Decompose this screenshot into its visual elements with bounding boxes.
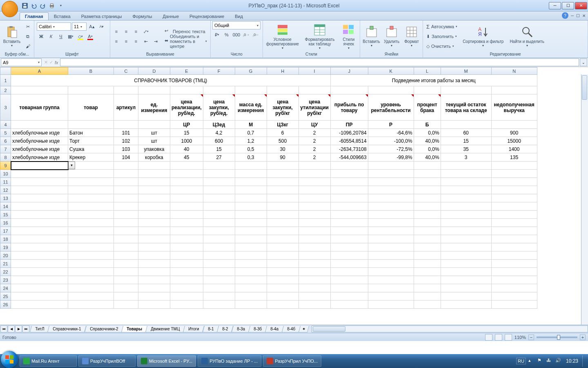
comma-icon[interactable]: 000 <box>232 30 241 39</box>
cell-13-D[interactable] <box>138 194 170 202</box>
cell-7-A[interactable]: хлебобулочные изде <box>11 145 68 153</box>
header-cell-E[interactable]: цена реализации, руб/ед. <box>170 94 203 121</box>
select-all-corner[interactable] <box>0 67 11 75</box>
fx-icon[interactable]: fx <box>55 60 58 65</box>
cell-13-K[interactable] <box>368 194 414 202</box>
cell-26-K[interactable] <box>368 301 414 309</box>
row-header-15[interactable]: 15 <box>0 211 11 219</box>
cell-10-J[interactable] <box>330 170 368 178</box>
taskbar-item-2[interactable]: Microsoft Excel - РУ... <box>137 355 196 367</box>
cell-24-C[interactable] <box>114 284 138 292</box>
cell-26-N[interactable] <box>491 301 537 309</box>
name-box[interactable]: A9▾ <box>1 58 42 66</box>
cell-7-K[interactable]: -72,5% <box>368 145 414 153</box>
cell-6-E[interactable]: 1000 <box>170 137 203 145</box>
decrease-font-icon[interactable]: A▾ <box>97 22 106 31</box>
cell-16-F[interactable] <box>203 219 235 227</box>
row-header-21[interactable]: 21 <box>0 260 11 268</box>
cell-12-H[interactable] <box>267 186 298 194</box>
cell-18-D[interactable] <box>138 235 170 243</box>
cell-13-M[interactable] <box>441 194 491 202</box>
format-painter-icon[interactable]: 🖌 <box>23 42 32 51</box>
cell-14-M[interactable] <box>441 202 491 211</box>
cell-6-B[interactable]: Торт <box>68 137 114 145</box>
sort-filter-button[interactable]: АЯ Сортировка и фильтр▾ <box>460 25 506 48</box>
cell-21-L[interactable] <box>414 260 441 268</box>
cell-5-D[interactable]: шт <box>138 129 170 137</box>
cell-24-E[interactable] <box>170 284 203 292</box>
cell-8-A[interactable]: хлебобулочные изде <box>11 153 68 162</box>
subheader-cell-C[interactable] <box>114 121 138 129</box>
cell-11-C[interactable] <box>114 178 138 186</box>
cell-26-M[interactable] <box>441 301 491 309</box>
cancel-formula-icon[interactable]: ✕ <box>44 60 48 65</box>
cell-11-M[interactable] <box>441 178 491 186</box>
cell-14-A[interactable] <box>11 202 68 211</box>
cell-19-D[interactable] <box>138 243 170 251</box>
cell-9-C[interactable] <box>114 162 138 170</box>
maximize-button[interactable]: ☐ <box>562 2 574 9</box>
accept-formula-icon[interactable]: ✓ <box>49 60 53 65</box>
cell-5-C[interactable]: 101 <box>114 129 138 137</box>
cell-24-J[interactable] <box>330 284 368 292</box>
cell-19-B[interactable] <box>68 243 114 251</box>
row-header-7[interactable]: 7 <box>0 145 11 153</box>
cell-22-I[interactable] <box>298 268 330 276</box>
cell-21-N[interactable] <box>491 260 537 268</box>
cell-17-B[interactable] <box>68 227 114 235</box>
print-icon[interactable] <box>48 2 56 9</box>
cell-24-N[interactable] <box>491 284 537 292</box>
cell-16-H[interactable] <box>267 219 298 227</box>
cell-20-H[interactable] <box>267 251 298 260</box>
cell-23-E[interactable] <box>170 276 203 284</box>
row-header-13[interactable]: 13 <box>0 194 11 202</box>
cell-15-D[interactable] <box>138 211 170 219</box>
cell-26-C[interactable] <box>114 301 138 309</box>
cell-9-L[interactable] <box>414 162 441 170</box>
cell-2-K[interactable] <box>368 86 414 94</box>
taskbar-item-4[interactable]: РазрУчПрил УчПО... <box>263 355 321 367</box>
cell-7-G[interactable]: 0,5 <box>235 145 267 153</box>
cell-15-N[interactable] <box>491 211 537 219</box>
align-left-icon[interactable]: ≡ <box>112 37 121 46</box>
sheet-nav-last[interactable]: ⏭ <box>22 325 29 332</box>
cell-10-B[interactable] <box>68 170 114 178</box>
cell-14-J[interactable] <box>330 202 368 211</box>
cell-23-I[interactable] <box>298 276 330 284</box>
cell-18-E[interactable] <box>170 235 203 243</box>
zoom-out-icon[interactable]: − <box>528 334 534 340</box>
sheet-tab-8-2[interactable]: 8-2 <box>217 326 234 332</box>
cell-11-H[interactable] <box>267 178 298 186</box>
cell-16-I[interactable] <box>298 219 330 227</box>
qat-customize-icon[interactable]: ▾ <box>57 2 65 9</box>
cell-17-M[interactable] <box>441 227 491 235</box>
cell-25-G[interactable] <box>235 292 267 301</box>
page-layout-view-icon[interactable] <box>495 334 502 341</box>
cell-21-K[interactable] <box>368 260 414 268</box>
cell-11-D[interactable] <box>138 178 170 186</box>
cell-13-B[interactable] <box>68 194 114 202</box>
cell-18-F[interactable] <box>203 235 235 243</box>
cell-16-M[interactable] <box>441 219 491 227</box>
cell-5-G[interactable]: 0,7 <box>235 129 267 137</box>
cell-18-B[interactable] <box>68 235 114 243</box>
cell-10-F[interactable] <box>203 170 235 178</box>
row-header-2[interactable]: 2 <box>0 86 11 94</box>
sheet-tab-Движение ТМЦ[interactable]: Движение ТМЦ <box>145 326 185 332</box>
cell-24-H[interactable] <box>267 284 298 292</box>
row-header-4[interactable]: 4 <box>0 121 11 129</box>
cell-19-J[interactable] <box>330 243 368 251</box>
header-cell-J[interactable]: прибыль по товару <box>330 94 368 121</box>
cell-21-J[interactable] <box>330 260 368 268</box>
increase-font-icon[interactable]: A▴ <box>87 22 96 31</box>
cell-23-K[interactable] <box>368 276 414 284</box>
col-header-K[interactable]: K <box>368 67 414 75</box>
cell-2-B[interactable] <box>68 86 114 94</box>
currency-icon[interactable]: ₽▾ <box>212 30 221 39</box>
ribbon-tab-4[interactable]: Данные <box>157 12 184 20</box>
cell-15-C[interactable] <box>114 211 138 219</box>
cell-14-D[interactable] <box>138 202 170 211</box>
cell-25-D[interactable] <box>138 292 170 301</box>
cell-17-C[interactable] <box>114 227 138 235</box>
cell-14-L[interactable] <box>414 202 441 211</box>
